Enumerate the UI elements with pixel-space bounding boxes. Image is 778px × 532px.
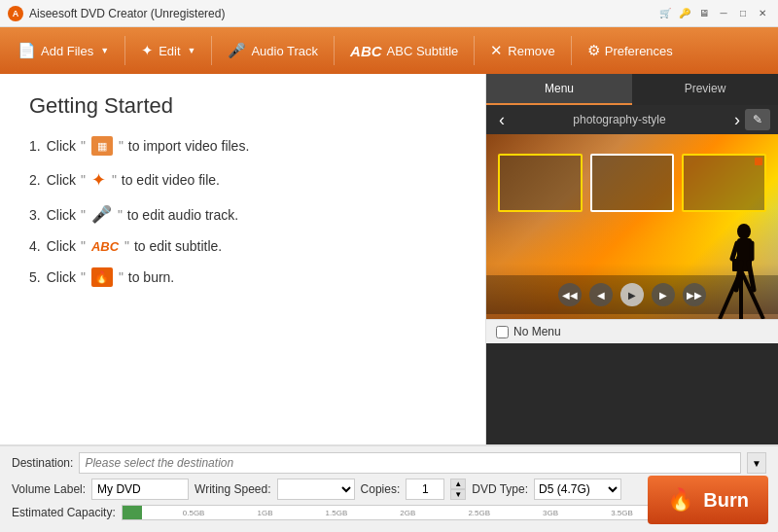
- step-num-2: 2.: [29, 172, 41, 188]
- rewind-button[interactable]: ◀◀: [558, 283, 582, 306]
- minimize-button[interactable]: ─: [716, 6, 731, 21]
- writing-speed-label: Writing Speed:: [194, 482, 271, 496]
- abc-subtitle-icon: ABC: [91, 239, 119, 254]
- microphone-icon: 🎤: [228, 42, 246, 59]
- step-suffix-5: " to burn.: [118, 269, 174, 285]
- no-menu-area: No Menu: [486, 319, 778, 343]
- destination-dropdown-arrow[interactable]: ▼: [747, 452, 766, 474]
- volume-label: Volume Label:: [12, 482, 86, 496]
- step-item-1: 1. Click " ▦ " to import video files.: [29, 136, 456, 156]
- step-num-3: 3.: [29, 207, 41, 223]
- add-files-button[interactable]: 📄 Add Files ▼: [8, 36, 119, 65]
- cart-icon[interactable]: 🛒: [657, 6, 673, 21]
- remove-button[interactable]: ✕ Remove: [480, 36, 564, 65]
- remove-icon: ✕: [490, 42, 503, 59]
- add-icon: ▦: [91, 136, 113, 156]
- svg-point-5: [737, 224, 751, 239]
- no-menu-checkbox[interactable]: [496, 326, 509, 338]
- app-logo: A: [8, 6, 23, 21]
- close-button[interactable]: ✕: [755, 6, 770, 21]
- subtitle-button[interactable]: ABC ABC Subtitle: [340, 37, 468, 65]
- left-content: Getting Started 1. Click " ▦ " to import…: [0, 74, 486, 444]
- copies-spinner[interactable]: ▲ ▼: [450, 479, 466, 500]
- preferences-button[interactable]: ⚙ Preferences: [578, 36, 683, 65]
- dvd-type-label: DVD Type:: [472, 482, 528, 496]
- step-num-1: 1.: [29, 138, 41, 154]
- edit-icon: ✦: [141, 42, 154, 59]
- capacity-fill: [123, 506, 142, 519]
- step-item-3: 3. Click " 🎤 " to edit audio track.: [29, 204, 456, 225]
- key-icon[interactable]: 🔑: [677, 6, 692, 21]
- title-bar: A Aiseesoft DVD Creator (Unregistered) 🛒…: [0, 0, 778, 27]
- estimated-capacity-label: Estimated Capacity:: [12, 506, 116, 519]
- prev-arrow-icon[interactable]: ‹: [494, 110, 510, 130]
- edit-style-button[interactable]: ✎: [745, 109, 770, 130]
- toolbar-separator-2: [211, 36, 212, 65]
- copies-input[interactable]: [406, 479, 444, 500]
- gear-icon: ⚙: [587, 42, 600, 59]
- step-item-4: 4. Click " ABC " to edit subtitle.: [29, 238, 456, 254]
- step-num-4: 4.: [29, 238, 41, 254]
- cap-mark-2: 2GB: [400, 509, 415, 517]
- no-menu-label: No Menu: [513, 325, 561, 338]
- destination-label: Destination:: [12, 456, 73, 470]
- step-text-3: Click ": [47, 207, 87, 223]
- step-text-1: Click ": [47, 138, 87, 154]
- panel-tabs: Menu Preview: [486, 74, 778, 105]
- add-files-label: Add Files: [41, 44, 93, 58]
- prev-button[interactable]: ◀: [589, 283, 613, 306]
- burn-button-container: 🔥 Burn: [648, 476, 768, 524]
- svg-line-7: [732, 243, 737, 259]
- next-button[interactable]: ▶: [652, 283, 675, 306]
- copies-down-arrow[interactable]: ▼: [450, 489, 466, 500]
- window-controls: 🛒 🔑 🖥 ─ □ ✕: [657, 6, 770, 21]
- fast-forward-button[interactable]: ▶▶: [683, 283, 706, 306]
- next-arrow-icon[interactable]: ›: [729, 110, 745, 130]
- bottom-wrapper: Destination: ▼ Volume Label: Writing Spe…: [0, 444, 778, 532]
- step-suffix-2: " to edit video file.: [111, 172, 220, 188]
- copies-up-arrow[interactable]: ▲: [450, 479, 466, 489]
- burn-button[interactable]: 🔥 Burn: [648, 476, 768, 524]
- step-num-5: 5.: [29, 269, 41, 285]
- add-files-icon: 📄: [18, 42, 36, 59]
- step-list: 1. Click " ▦ " to import video files. 2.…: [29, 136, 456, 287]
- cap-mark-0-5: 0.5GB: [183, 509, 205, 517]
- edit-button[interactable]: ✦ Edit ▼: [131, 36, 205, 65]
- burn-flame-icon: 🔥: [667, 487, 693, 513]
- cap-mark-1-5: 1.5GB: [326, 509, 348, 517]
- photo-background: ◀◀ ◀ ▶ ▶ ▶▶: [486, 134, 778, 319]
- step-icon-abc: ABC: [91, 239, 119, 254]
- toolbar: 📄 Add Files ▼ ✦ Edit ▼ 🎤 Audio Track ABC…: [0, 27, 778, 74]
- step-suffix-4: " to edit subtitle.: [124, 238, 222, 254]
- toolbar-separator-5: [571, 36, 572, 65]
- step-icon-edit: ✦: [91, 169, 106, 191]
- menu-nav: ‹ photography-style › ✎: [486, 105, 778, 134]
- writing-speed-select[interactable]: [277, 479, 355, 500]
- dvd-type-select[interactable]: D5 (4.7G): [534, 479, 621, 500]
- copies-label: Copies:: [361, 482, 401, 496]
- thumbnail-row: [486, 144, 778, 222]
- destination-input[interactable]: [79, 452, 741, 474]
- step-icon-burn: 🔥: [91, 267, 113, 287]
- step-item-5: 5. Click " 🔥 " to burn.: [29, 267, 456, 287]
- playback-controls: ◀◀ ◀ ▶ ▶ ▶▶: [486, 275, 778, 314]
- maximize-button[interactable]: □: [735, 6, 751, 21]
- step-suffix-3: " to edit audio track.: [117, 207, 238, 223]
- preferences-label: Preferences: [605, 44, 673, 58]
- tab-preview[interactable]: Preview: [632, 74, 778, 105]
- step-icon-add: ▦: [91, 136, 113, 156]
- tab-menu[interactable]: Menu: [486, 74, 632, 105]
- remove-label: Remove: [508, 44, 554, 58]
- toolbar-separator-1: [124, 36, 125, 65]
- play-button[interactable]: ▶: [620, 283, 644, 306]
- thumb-3: [682, 154, 766, 212]
- main-area: Getting Started 1. Click " ▦ " to import…: [0, 74, 778, 444]
- getting-started-title: Getting Started: [29, 93, 456, 119]
- step-text-2: Click ": [47, 172, 87, 188]
- audio-track-button[interactable]: 🎤 Audio Track: [218, 36, 328, 65]
- step-suffix-1: " to import video files.: [118, 138, 249, 154]
- subtitle-label: ABC Subtitle: [387, 44, 459, 58]
- window-title: Aiseesoft DVD Creator (Unregistered): [29, 7, 225, 20]
- volume-input[interactable]: [91, 479, 189, 500]
- monitor-icon[interactable]: 🖥: [696, 6, 712, 21]
